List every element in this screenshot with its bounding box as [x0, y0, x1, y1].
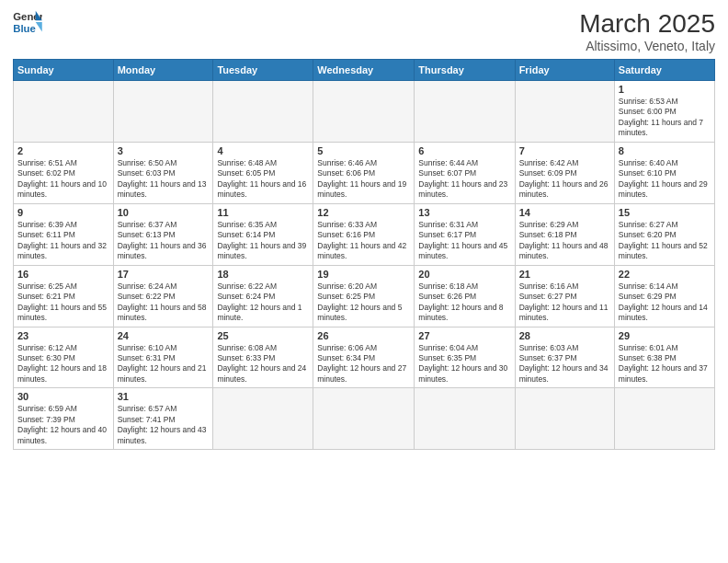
header-friday: Friday	[515, 60, 614, 81]
table-row: 22Sunrise: 6:14 AM Sunset: 6:29 PM Dayli…	[614, 265, 714, 327]
day-info: Sunrise: 6:16 AM Sunset: 6:27 PM Dayligh…	[519, 282, 610, 324]
day-info: Sunrise: 6:12 AM Sunset: 6:30 PM Dayligh…	[17, 343, 109, 385]
table-row: 5Sunrise: 6:46 AM Sunset: 6:06 PM Daylig…	[313, 142, 415, 203]
day-info: Sunrise: 6:29 AM Sunset: 6:18 PM Dayligh…	[519, 220, 610, 262]
day-info: Sunrise: 6:10 AM Sunset: 6:31 PM Dayligh…	[118, 343, 210, 385]
day-number: 10	[118, 207, 210, 218]
day-number: 16	[17, 269, 109, 280]
table-row: 31Sunrise: 6:57 AM Sunset: 7:41 PM Dayli…	[113, 388, 213, 450]
table-row	[515, 81, 614, 143]
day-number: 20	[418, 269, 510, 280]
day-number: 6	[418, 145, 510, 156]
day-info: Sunrise: 6:39 AM Sunset: 6:11 PM Dayligh…	[17, 220, 109, 262]
table-row	[313, 81, 415, 143]
day-info: Sunrise: 6:04 AM Sunset: 6:35 PM Dayligh…	[418, 343, 510, 385]
table-row	[213, 388, 313, 450]
day-info: Sunrise: 6:33 AM Sunset: 6:16 PM Dayligh…	[317, 220, 410, 262]
header-monday: Monday	[113, 60, 213, 81]
day-info: Sunrise: 6:37 AM Sunset: 6:13 PM Dayligh…	[118, 220, 210, 262]
day-number: 8	[619, 145, 711, 156]
calendar-week-row: 23Sunrise: 6:12 AM Sunset: 6:30 PM Dayli…	[14, 327, 715, 388]
day-info: Sunrise: 6:44 AM Sunset: 6:07 PM Dayligh…	[418, 158, 510, 201]
day-number: 12	[317, 207, 410, 218]
day-info: Sunrise: 6:03 AM Sunset: 6:37 PM Dayligh…	[519, 343, 610, 385]
table-row: 6Sunrise: 6:44 AM Sunset: 6:07 PM Daylig…	[415, 142, 515, 203]
header-saturday: Saturday	[614, 60, 714, 81]
table-row	[614, 388, 714, 450]
table-row: 10Sunrise: 6:37 AM Sunset: 6:13 PM Dayli…	[113, 203, 213, 265]
day-number: 2	[17, 145, 109, 156]
table-row: 29Sunrise: 6:01 AM Sunset: 6:38 PM Dayli…	[614, 327, 714, 388]
day-info: Sunrise: 6:50 AM Sunset: 6:03 PM Dayligh…	[118, 158, 210, 201]
table-row: 8Sunrise: 6:40 AM Sunset: 6:10 PM Daylig…	[614, 142, 714, 203]
table-row: 16Sunrise: 6:25 AM Sunset: 6:21 PM Dayli…	[14, 265, 114, 327]
day-number: 26	[317, 330, 410, 341]
day-number: 21	[519, 269, 610, 280]
day-number: 17	[118, 269, 210, 280]
day-info: Sunrise: 6:24 AM Sunset: 6:22 PM Dayligh…	[118, 282, 210, 324]
day-info: Sunrise: 6:20 AM Sunset: 6:25 PM Dayligh…	[317, 282, 410, 324]
header-wednesday: Wednesday	[313, 60, 415, 81]
table-row	[14, 81, 114, 143]
day-info: Sunrise: 6:06 AM Sunset: 6:34 PM Dayligh…	[317, 343, 410, 385]
day-info: Sunrise: 6:51 AM Sunset: 6:02 PM Dayligh…	[17, 158, 109, 201]
table-row	[415, 81, 515, 143]
day-info: Sunrise: 6:27 AM Sunset: 6:20 PM Dayligh…	[619, 220, 711, 262]
day-number: 30	[17, 391, 109, 402]
day-info: Sunrise: 6:48 AM Sunset: 6:05 PM Dayligh…	[217, 158, 309, 201]
day-number: 11	[217, 207, 309, 218]
day-number: 7	[519, 145, 610, 156]
table-row: 19Sunrise: 6:20 AM Sunset: 6:25 PM Dayli…	[313, 265, 415, 327]
table-row	[213, 81, 313, 143]
calendar-table: Sunday Monday Tuesday Wednesday Thursday…	[13, 59, 715, 450]
table-row: 25Sunrise: 6:08 AM Sunset: 6:33 PM Dayli…	[213, 327, 313, 388]
table-row: 17Sunrise: 6:24 AM Sunset: 6:22 PM Dayli…	[113, 265, 213, 327]
table-row: 15Sunrise: 6:27 AM Sunset: 6:20 PM Dayli…	[614, 203, 714, 265]
day-number: 3	[118, 145, 210, 156]
table-row	[313, 388, 415, 450]
calendar-week-row: 30Sunrise: 6:59 AM Sunset: 7:39 PM Dayli…	[14, 388, 715, 450]
svg-marker-3	[36, 22, 42, 32]
day-info: Sunrise: 6:59 AM Sunset: 7:39 PM Dayligh…	[17, 404, 109, 446]
table-row: 21Sunrise: 6:16 AM Sunset: 6:27 PM Dayli…	[515, 265, 614, 327]
table-row: 24Sunrise: 6:10 AM Sunset: 6:31 PM Dayli…	[113, 327, 213, 388]
table-row: 3Sunrise: 6:50 AM Sunset: 6:03 PM Daylig…	[113, 142, 213, 203]
day-number: 14	[519, 207, 610, 218]
day-number: 15	[619, 207, 711, 218]
day-number: 27	[418, 330, 510, 341]
table-row: 18Sunrise: 6:22 AM Sunset: 6:24 PM Dayli…	[213, 265, 313, 327]
calendar-week-row: 16Sunrise: 6:25 AM Sunset: 6:21 PM Dayli…	[14, 265, 715, 327]
day-info: Sunrise: 6:08 AM Sunset: 6:33 PM Dayligh…	[217, 343, 309, 385]
calendar-week-row: 1Sunrise: 6:53 AM Sunset: 6:00 PM Daylig…	[14, 81, 715, 143]
calendar-week-row: 9Sunrise: 6:39 AM Sunset: 6:11 PM Daylig…	[14, 203, 715, 265]
day-info: Sunrise: 6:57 AM Sunset: 7:41 PM Dayligh…	[118, 404, 210, 446]
header-sunday: Sunday	[14, 60, 114, 81]
table-row: 4Sunrise: 6:48 AM Sunset: 6:05 PM Daylig…	[213, 142, 313, 203]
day-number: 19	[317, 269, 410, 280]
day-number: 9	[17, 207, 109, 218]
day-info: Sunrise: 6:31 AM Sunset: 6:17 PM Dayligh…	[418, 220, 510, 262]
day-number: 1	[619, 84, 711, 95]
table-row: 2Sunrise: 6:51 AM Sunset: 6:02 PM Daylig…	[14, 142, 114, 203]
day-info: Sunrise: 6:42 AM Sunset: 6:09 PM Dayligh…	[519, 158, 610, 201]
day-info: Sunrise: 6:18 AM Sunset: 6:26 PM Dayligh…	[418, 282, 510, 324]
table-row: 11Sunrise: 6:35 AM Sunset: 6:14 PM Dayli…	[213, 203, 313, 265]
table-row: 28Sunrise: 6:03 AM Sunset: 6:37 PM Dayli…	[515, 327, 614, 388]
table-row	[515, 388, 614, 450]
day-number: 22	[619, 269, 711, 280]
table-row: 14Sunrise: 6:29 AM Sunset: 6:18 PM Dayli…	[515, 203, 614, 265]
calendar-header-row: Sunday Monday Tuesday Wednesday Thursday…	[14, 60, 715, 81]
table-row: 7Sunrise: 6:42 AM Sunset: 6:09 PM Daylig…	[515, 142, 614, 203]
day-number: 31	[118, 391, 210, 402]
day-number: 25	[217, 330, 309, 341]
day-number: 5	[317, 145, 410, 156]
day-info: Sunrise: 6:53 AM Sunset: 6:00 PM Dayligh…	[619, 97, 711, 139]
day-info: Sunrise: 6:14 AM Sunset: 6:29 PM Dayligh…	[619, 282, 711, 324]
table-row	[113, 81, 213, 143]
day-number: 13	[418, 207, 510, 218]
day-info: Sunrise: 6:46 AM Sunset: 6:06 PM Dayligh…	[317, 158, 410, 201]
day-info: Sunrise: 6:40 AM Sunset: 6:10 PM Dayligh…	[619, 158, 711, 201]
calendar-title: March 2025	[579, 9, 715, 39]
svg-text:Blue: Blue	[13, 23, 36, 34]
table-row: 20Sunrise: 6:18 AM Sunset: 6:26 PM Dayli…	[415, 265, 515, 327]
